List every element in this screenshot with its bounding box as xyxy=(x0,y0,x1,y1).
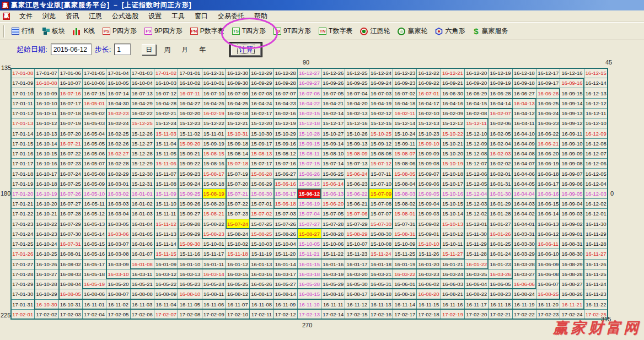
grid-cell[interactable]: 16-05-29 xyxy=(321,279,345,289)
grid-cell[interactable]: 15-12-25 xyxy=(131,118,154,128)
grid-cell[interactable]: 15-06-16 xyxy=(274,179,298,189)
grid-cell[interactable]: 15-08-08 xyxy=(369,149,393,159)
grid-cell[interactable]: 16-08-27 xyxy=(560,279,584,289)
grid-cell[interactable]: 15-12-13 xyxy=(417,118,441,128)
grid-cell[interactable]: 15-10-13 xyxy=(441,219,465,229)
grid-cell[interactable]: 16-11-22 xyxy=(584,300,608,310)
grid-cell[interactable]: 16-05-20 xyxy=(106,279,130,289)
grid-cell[interactable]: 17-02-02 xyxy=(35,310,58,320)
grid-cell[interactable]: 16-03-20 xyxy=(345,269,369,279)
grid-cell[interactable]: 15-08-31 xyxy=(393,229,417,239)
menu-item-设置[interactable]: 设置 xyxy=(143,10,167,22)
grid-cell[interactable]: 15-09-20 xyxy=(178,139,202,149)
grid-cell[interactable]: 16-12-18 xyxy=(513,68,536,78)
grid-cell[interactable]: 16-01-14 xyxy=(274,260,298,269)
grid-cell[interactable]: 15-09-08 xyxy=(417,159,441,169)
grid-cell[interactable]: 16-10-07 xyxy=(59,78,83,88)
grid-cell[interactable]: 15-07-10 xyxy=(369,179,393,189)
grid-cell[interactable]: 16-07-16 xyxy=(59,88,83,98)
grid-cell[interactable]: 15-07-23 xyxy=(226,209,250,219)
grid-cell[interactable]: 16-03-02 xyxy=(106,189,130,199)
grid-cell[interactable]: 16-10-26 xyxy=(35,260,58,269)
grid-cell[interactable]: 16-10-28 xyxy=(35,279,58,289)
grid-cell[interactable]: 17-02-08 xyxy=(178,310,202,320)
grid-cell[interactable]: 16-01-27 xyxy=(489,219,512,229)
grid-cell[interactable]: 16-06-21 xyxy=(536,139,560,149)
grid-cell[interactable]: 15-10-27 xyxy=(321,128,345,138)
grid-cell[interactable]: 15-06-22 xyxy=(345,189,369,199)
grid-cell[interactable]: 16-12-05 xyxy=(584,169,608,179)
grid-cell[interactable]: 15-08-30 xyxy=(369,229,393,239)
grid-cell[interactable]: 15-10-06 xyxy=(321,239,345,249)
toolbar-item-赢家轮[interactable]: ◎赢家轮 xyxy=(394,25,431,37)
grid-cell[interactable]: 16-12-24 xyxy=(369,68,393,78)
grid-cell[interactable]: 15-09-06 xyxy=(417,179,441,189)
grid-cell[interactable]: 17-01-08 xyxy=(11,68,35,78)
grid-cell[interactable]: 16-06-23 xyxy=(536,118,560,128)
grid-cell[interactable]: 16-09-28 xyxy=(274,78,298,88)
grid-cell[interactable]: 16-06-28 xyxy=(489,88,512,98)
grid-cell[interactable]: 16-04-15 xyxy=(465,99,489,109)
grid-cell[interactable]: 16-03-21 xyxy=(369,269,393,279)
grid-cell[interactable]: 16-08-16 xyxy=(321,289,345,299)
grid-cell[interactable]: 16-03-11 xyxy=(131,269,154,279)
grid-cell[interactable]: 15-11-11 xyxy=(154,209,178,219)
grid-cell[interactable]: 16-05-27 xyxy=(274,279,298,289)
grid-cell[interactable]: 16-11-10 xyxy=(298,300,321,310)
grid-cell[interactable]: 15-10-01 xyxy=(202,239,226,249)
grid-cell[interactable]: 16-11-11 xyxy=(321,300,345,310)
toolbar-item-T数字表[interactable]: TNT数字表 xyxy=(315,25,356,37)
grid-cell[interactable]: 16-02-18 xyxy=(226,109,250,118)
grid-cell[interactable]: 16-07-17 xyxy=(59,99,83,109)
grid-cell[interactable]: 16-02-17 xyxy=(250,109,273,118)
grid-cell[interactable]: 15-07-24 xyxy=(226,219,250,229)
grid-cell[interactable]: 16-09-05 xyxy=(560,189,584,199)
grid-cell[interactable]: 15-12-11 xyxy=(465,118,489,128)
toolbar-item-六角形[interactable]: 六角形 xyxy=(432,25,468,37)
grid-cell[interactable]: 16-10-23 xyxy=(35,229,58,239)
grid-cell[interactable]: 16-07-03 xyxy=(369,88,393,98)
grid-cell[interactable]: 16-12-01 xyxy=(584,209,608,219)
grid-cell[interactable]: 16-03-08 xyxy=(106,249,130,259)
grid-cell[interactable]: 15-09-24 xyxy=(178,179,202,189)
grid-cell[interactable]: 15-12-22 xyxy=(202,118,226,128)
grid-cell[interactable]: 17-02-04 xyxy=(83,310,106,320)
grid-cell[interactable]: 16-05-04 xyxy=(83,128,106,138)
grid-cell[interactable]: 16-07-06 xyxy=(298,88,321,98)
grid-cell[interactable]: 15-12-29 xyxy=(131,159,154,169)
grid-cell[interactable]: 16-12-27 xyxy=(298,68,321,78)
grid-cell[interactable]: 15-09-03 xyxy=(417,209,441,219)
grid-cell[interactable]: 16-09-06 xyxy=(560,179,584,189)
grid-cell[interactable]: 15-10-10 xyxy=(417,239,441,249)
grid-cell[interactable]: 17-01-02 xyxy=(154,68,178,78)
grid-cell[interactable]: 15-06-14 xyxy=(321,179,345,189)
grid-cell[interactable]: 15-07-03 xyxy=(274,209,298,219)
toolbar-item-P数字表[interactable]: PNP数字表 xyxy=(187,25,228,37)
grid-cell[interactable]: 15-08-27 xyxy=(298,229,321,239)
grid-cell[interactable]: 16-06-25 xyxy=(536,99,560,109)
grid-cell[interactable]: 16-03-30 xyxy=(513,239,536,249)
grid-cell[interactable]: 15-08-02 xyxy=(393,199,417,209)
grid-cell[interactable]: 16-12-21 xyxy=(441,68,465,78)
grid-cell[interactable]: 15-06-18 xyxy=(274,199,298,209)
grid-cell[interactable]: 15-12-18 xyxy=(298,118,321,128)
grid-cell[interactable]: 16-07-02 xyxy=(393,88,417,98)
grid-cell[interactable]: 16-03-07 xyxy=(106,239,130,249)
grid-cell[interactable]: 15-09-21 xyxy=(178,149,202,159)
grid-cell[interactable]: 15-10-09 xyxy=(393,239,417,249)
grid-cell[interactable]: 15-11-17 xyxy=(202,249,226,259)
grid-cell[interactable]: 15-11-21 xyxy=(298,249,321,259)
grid-cell[interactable]: 16-02-23 xyxy=(106,109,130,118)
grid-cell[interactable]: 17-02-17 xyxy=(393,310,417,320)
grid-cell[interactable]: 15-07-01 xyxy=(250,199,273,209)
grid-cell[interactable]: 16-01-06 xyxy=(131,239,154,249)
grid-cell[interactable]: 16-03-26 xyxy=(489,269,512,279)
grid-cell[interactable]: 16-03-10 xyxy=(106,269,130,279)
grid-cell[interactable]: 16-02-20 xyxy=(178,109,202,118)
grid-cell[interactable]: 16-11-30 xyxy=(584,219,608,229)
grid-cell[interactable]: 16-05-14 xyxy=(83,229,106,239)
grid-cell[interactable]: 15-10-19 xyxy=(441,159,465,169)
grid-cell[interactable]: 16-11-16 xyxy=(441,300,465,310)
grid-cell[interactable]: 16-11-03 xyxy=(131,300,154,310)
grid-cell[interactable]: 17-01-23 xyxy=(11,219,35,229)
